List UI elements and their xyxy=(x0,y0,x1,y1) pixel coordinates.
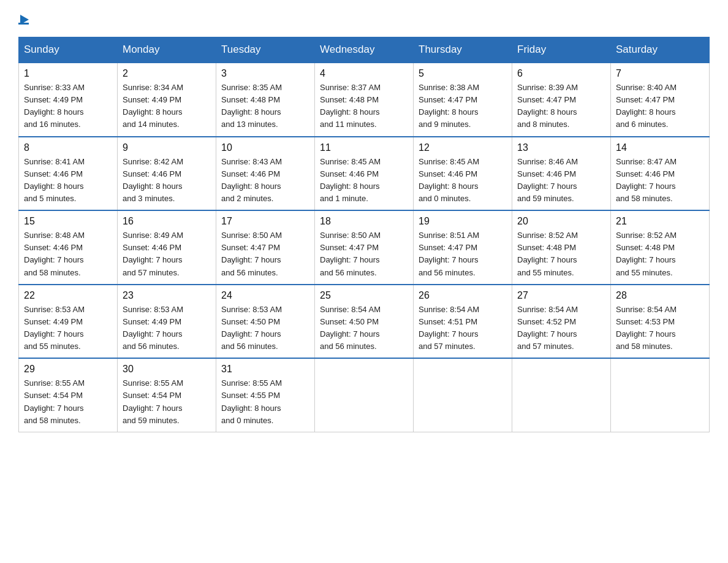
empty-cell xyxy=(414,358,512,432)
day-number: 19 xyxy=(419,216,507,227)
day-number: 21 xyxy=(616,216,704,227)
page-header xyxy=(18,12,710,25)
day-cell-13: 13Sunrise: 8:46 AM Sunset: 4:46 PM Dayli… xyxy=(512,137,611,211)
day-number: 9 xyxy=(123,142,211,153)
day-info: Sunrise: 8:55 AM Sunset: 4:54 PM Dayligh… xyxy=(123,377,211,427)
empty-cell xyxy=(315,358,414,432)
day-cell-11: 11Sunrise: 8:45 AM Sunset: 4:46 PM Dayli… xyxy=(315,137,414,211)
day-info: Sunrise: 8:50 AM Sunset: 4:47 PM Dayligh… xyxy=(221,229,309,279)
day-number: 16 xyxy=(123,216,211,227)
day-info: Sunrise: 8:54 AM Sunset: 4:51 PM Dayligh… xyxy=(419,304,507,353)
day-info: Sunrise: 8:52 AM Sunset: 4:48 PM Dayligh… xyxy=(616,229,704,279)
day-cell-15: 15Sunrise: 8:48 AM Sunset: 4:46 PM Dayli… xyxy=(19,210,118,285)
day-info: Sunrise: 8:42 AM Sunset: 4:46 PM Dayligh… xyxy=(123,156,211,205)
day-cell-20: 20Sunrise: 8:52 AM Sunset: 4:48 PM Dayli… xyxy=(512,210,611,285)
weekday-header-saturday: Saturday xyxy=(611,37,710,63)
day-number: 18 xyxy=(320,216,408,227)
day-cell-3: 3Sunrise: 8:35 AM Sunset: 4:48 PM Daylig… xyxy=(216,63,315,137)
day-info: Sunrise: 8:40 AM Sunset: 4:47 PM Dayligh… xyxy=(616,82,704,131)
day-info: Sunrise: 8:52 AM Sunset: 4:48 PM Dayligh… xyxy=(517,229,605,279)
day-cell-30: 30Sunrise: 8:55 AM Sunset: 4:54 PM Dayli… xyxy=(118,358,216,432)
day-info: Sunrise: 8:39 AM Sunset: 4:47 PM Dayligh… xyxy=(517,82,605,131)
day-number: 24 xyxy=(221,290,309,301)
day-info: Sunrise: 8:34 AM Sunset: 4:49 PM Dayligh… xyxy=(123,82,211,131)
day-info: Sunrise: 8:49 AM Sunset: 4:46 PM Dayligh… xyxy=(123,229,211,279)
weekday-header-friday: Friday xyxy=(512,37,611,63)
day-cell-10: 10Sunrise: 8:43 AM Sunset: 4:46 PM Dayli… xyxy=(216,137,315,211)
day-info: Sunrise: 8:55 AM Sunset: 4:54 PM Dayligh… xyxy=(24,377,112,427)
weekday-header-sunday: Sunday xyxy=(19,37,118,63)
day-number: 8 xyxy=(24,142,112,153)
weekday-header-row: SundayMondayTuesdayWednesdayThursdayFrid… xyxy=(19,37,710,63)
day-cell-14: 14Sunrise: 8:47 AM Sunset: 4:46 PM Dayli… xyxy=(611,137,710,211)
weekday-header-wednesday: Wednesday xyxy=(315,37,414,63)
day-info: Sunrise: 8:43 AM Sunset: 4:46 PM Dayligh… xyxy=(221,156,309,205)
day-cell-16: 16Sunrise: 8:49 AM Sunset: 4:46 PM Dayli… xyxy=(118,210,216,285)
day-cell-29: 29Sunrise: 8:55 AM Sunset: 4:54 PM Dayli… xyxy=(19,358,118,432)
day-cell-6: 6Sunrise: 8:39 AM Sunset: 4:47 PM Daylig… xyxy=(512,63,611,137)
day-number: 26 xyxy=(419,290,507,301)
day-number: 31 xyxy=(221,364,309,375)
day-info: Sunrise: 8:45 AM Sunset: 4:46 PM Dayligh… xyxy=(419,156,507,205)
calendar-table: SundayMondayTuesdayWednesdayThursdayFrid… xyxy=(18,37,710,432)
day-cell-12: 12Sunrise: 8:45 AM Sunset: 4:46 PM Dayli… xyxy=(414,137,512,211)
weekday-header-monday: Monday xyxy=(118,37,216,63)
day-cell-2: 2Sunrise: 8:34 AM Sunset: 4:49 PM Daylig… xyxy=(118,63,216,137)
day-info: Sunrise: 8:54 AM Sunset: 4:50 PM Dayligh… xyxy=(320,304,408,353)
day-cell-17: 17Sunrise: 8:50 AM Sunset: 4:47 PM Dayli… xyxy=(216,210,315,285)
day-info: Sunrise: 8:33 AM Sunset: 4:49 PM Dayligh… xyxy=(24,82,112,131)
day-number: 17 xyxy=(221,216,309,227)
day-number: 12 xyxy=(419,142,507,153)
day-cell-5: 5Sunrise: 8:38 AM Sunset: 4:47 PM Daylig… xyxy=(414,63,512,137)
weekday-header-tuesday: Tuesday xyxy=(216,37,315,63)
day-number: 4 xyxy=(320,68,408,79)
day-info: Sunrise: 8:41 AM Sunset: 4:46 PM Dayligh… xyxy=(24,156,112,205)
day-number: 22 xyxy=(24,290,112,301)
day-number: 27 xyxy=(517,290,605,301)
day-info: Sunrise: 8:51 AM Sunset: 4:47 PM Dayligh… xyxy=(419,229,507,279)
day-number: 7 xyxy=(616,68,704,79)
day-cell-28: 28Sunrise: 8:54 AM Sunset: 4:53 PM Dayli… xyxy=(611,285,710,359)
day-info: Sunrise: 8:38 AM Sunset: 4:47 PM Dayligh… xyxy=(419,82,507,131)
day-info: Sunrise: 8:48 AM Sunset: 4:46 PM Dayligh… xyxy=(24,229,112,279)
day-info: Sunrise: 8:53 AM Sunset: 4:49 PM Dayligh… xyxy=(24,304,112,353)
day-cell-4: 4Sunrise: 8:37 AM Sunset: 4:48 PM Daylig… xyxy=(315,63,414,137)
day-number: 10 xyxy=(221,142,309,153)
empty-cell xyxy=(611,358,710,432)
week-row-4: 22Sunrise: 8:53 AM Sunset: 4:49 PM Dayli… xyxy=(19,285,710,359)
day-number: 30 xyxy=(123,364,211,375)
day-info: Sunrise: 8:47 AM Sunset: 4:46 PM Dayligh… xyxy=(616,156,704,205)
day-cell-9: 9Sunrise: 8:42 AM Sunset: 4:46 PM Daylig… xyxy=(118,137,216,211)
weekday-header-thursday: Thursday xyxy=(414,37,512,63)
day-number: 1 xyxy=(24,68,112,79)
day-info: Sunrise: 8:45 AM Sunset: 4:46 PM Dayligh… xyxy=(320,156,408,205)
day-number: 28 xyxy=(616,290,704,301)
day-number: 25 xyxy=(320,290,408,301)
day-info: Sunrise: 8:54 AM Sunset: 4:53 PM Dayligh… xyxy=(616,304,704,353)
logo xyxy=(18,12,29,25)
day-info: Sunrise: 8:55 AM Sunset: 4:55 PM Dayligh… xyxy=(221,377,309,427)
day-number: 5 xyxy=(419,68,507,79)
day-cell-24: 24Sunrise: 8:53 AM Sunset: 4:50 PM Dayli… xyxy=(216,285,315,359)
day-cell-7: 7Sunrise: 8:40 AM Sunset: 4:47 PM Daylig… xyxy=(611,63,710,137)
day-info: Sunrise: 8:54 AM Sunset: 4:52 PM Dayligh… xyxy=(517,304,605,353)
day-number: 3 xyxy=(221,68,309,79)
logo-underline xyxy=(18,23,29,25)
day-number: 23 xyxy=(123,290,211,301)
day-number: 6 xyxy=(517,68,605,79)
day-info: Sunrise: 8:53 AM Sunset: 4:49 PM Dayligh… xyxy=(123,304,211,353)
day-cell-1: 1Sunrise: 8:33 AM Sunset: 4:49 PM Daylig… xyxy=(19,63,118,137)
day-cell-25: 25Sunrise: 8:54 AM Sunset: 4:50 PM Dayli… xyxy=(315,285,414,359)
day-cell-18: 18Sunrise: 8:50 AM Sunset: 4:47 PM Dayli… xyxy=(315,210,414,285)
day-number: 29 xyxy=(24,364,112,375)
day-number: 11 xyxy=(320,142,408,153)
day-cell-8: 8Sunrise: 8:41 AM Sunset: 4:46 PM Daylig… xyxy=(19,137,118,211)
day-cell-31: 31Sunrise: 8:55 AM Sunset: 4:55 PM Dayli… xyxy=(216,358,315,432)
day-number: 20 xyxy=(517,216,605,227)
day-info: Sunrise: 8:37 AM Sunset: 4:48 PM Dayligh… xyxy=(320,82,408,131)
day-cell-22: 22Sunrise: 8:53 AM Sunset: 4:49 PM Dayli… xyxy=(19,285,118,359)
day-number: 13 xyxy=(517,142,605,153)
empty-cell xyxy=(512,358,611,432)
week-row-2: 8Sunrise: 8:41 AM Sunset: 4:46 PM Daylig… xyxy=(19,137,710,211)
week-row-5: 29Sunrise: 8:55 AM Sunset: 4:54 PM Dayli… xyxy=(19,358,710,432)
